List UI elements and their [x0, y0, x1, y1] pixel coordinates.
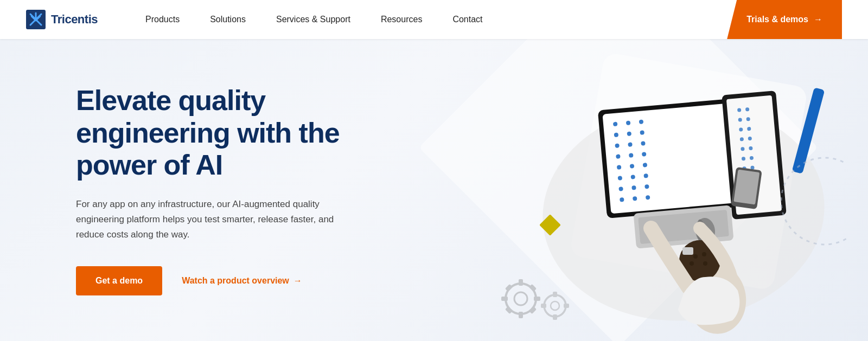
svg-rect-72: [529, 284, 537, 291]
watch-overview-button[interactable]: Watch a product overview →: [182, 276, 302, 286]
svg-rect-74: [529, 306, 537, 313]
svg-point-76: [551, 301, 559, 310]
svg-point-57: [693, 254, 698, 259]
hero-actions: Get a demo Watch a product overview →: [76, 266, 369, 295]
nav-item-services[interactable]: Services & Support: [261, 0, 366, 39]
svg-rect-61: [682, 247, 693, 255]
svg-rect-69: [501, 297, 508, 301]
svg-rect-68: [519, 312, 523, 318]
trials-demos-label: Trials & demos: [746, 15, 808, 24]
svg-rect-67: [519, 279, 523, 286]
svg-rect-77: [553, 292, 557, 297]
hero-illustration: [456, 49, 846, 331]
watch-overview-label: Watch a product overview: [182, 276, 289, 286]
hero-subtitle: For any app on any infrastructure, our A…: [76, 197, 347, 242]
brand-name: Tricentis: [51, 12, 98, 27]
get-demo-button[interactable]: Get a demo: [76, 266, 162, 295]
svg-rect-79: [541, 304, 546, 308]
hero-content: Elevate quality engineering with the pow…: [0, 85, 369, 296]
hero-section: Elevate quality engineering with the pow…: [0, 39, 868, 341]
nav-item-resources[interactable]: Resources: [366, 0, 437, 39]
svg-rect-80: [564, 304, 569, 308]
tricentis-logo-icon: [26, 10, 46, 29]
nav-item-solutions[interactable]: Solutions: [195, 0, 261, 39]
svg-rect-78: [553, 314, 557, 320]
svg-rect-71: [505, 284, 513, 291]
svg-point-58: [702, 252, 706, 256]
svg-rect-52: [733, 169, 760, 204]
hero-svg: [467, 49, 846, 342]
trials-demos-arrow: →: [814, 15, 822, 24]
svg-point-59: [690, 261, 694, 266]
svg-point-75: [544, 295, 566, 317]
svg-rect-73: [505, 306, 513, 313]
navbar: Tricentis Products Solutions Services & …: [0, 0, 868, 39]
svg-rect-70: [534, 297, 540, 301]
svg-point-60: [703, 261, 707, 266]
trials-demos-button[interactable]: Trials & demos →: [727, 0, 842, 39]
nav-item-products[interactable]: Products: [130, 0, 195, 39]
logo[interactable]: Tricentis: [26, 10, 98, 29]
watch-overview-arrow: →: [293, 276, 302, 286]
nav-links: Products Solutions Services & Support Re…: [130, 0, 727, 39]
hero-title: Elevate quality engineering with the pow…: [76, 85, 369, 182]
svg-point-66: [514, 292, 527, 305]
nav-item-contact[interactable]: Contact: [437, 0, 497, 39]
